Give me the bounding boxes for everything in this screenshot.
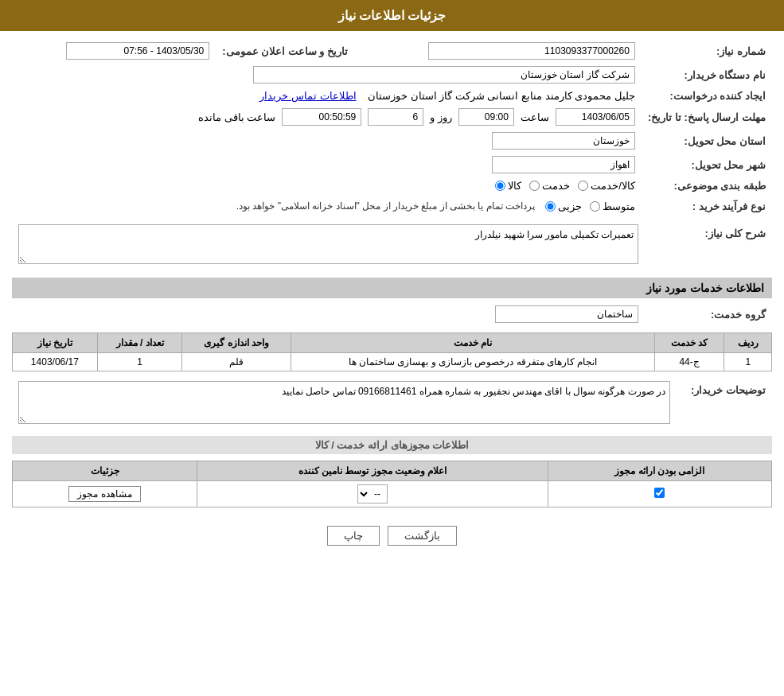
cell-quantity: 1 [97,353,182,371]
page-wrapper: جزئیات اطلاعات نیاز شماره نیاز: تاریخ و … [0,0,784,696]
services-table: ردیف کد خدمت نام خدمت واحد اندازه گیری ت… [12,332,772,371]
remaining-label: ساعت باقی مانده [198,111,275,123]
cell-service_name: انجام کارهای متفرقه درخصوص بازسازی و بهس… [291,353,655,371]
info-table: شماره نیاز: تاریخ و ساعت اعلان عمومی: نا… [12,39,772,217]
perm-details-cell: مشاهده مجوز [13,481,197,507]
purchase-type-label: نوع فرآیند خرید : [642,195,772,217]
purchase-option-small[interactable]: جزیی [545,200,582,212]
purchase-option-medium[interactable]: متوسط [590,200,635,212]
announce-date-input[interactable] [66,42,209,60]
city-input[interactable] [492,156,635,173]
deadline-value: ساعت روز و ساعت باقی مانده [12,105,642,129]
need-number-input[interactable] [428,42,635,60]
category-radio-group: کالا/خدمت خدمت کالا [495,180,635,192]
permissions-row: --مشاهده مجوز [13,481,772,507]
cell-row_num: 1 [724,353,772,371]
countdown-input[interactable] [282,108,361,126]
permissions-table-head: الزامی بودن ارائه مجوز اعلام وضعیت مجوز … [13,461,772,481]
perm-status-select[interactable]: -- [357,484,388,504]
announce-date-value [12,39,216,63]
permissions-table: الزامی بودن ارائه مجوز اعلام وضعیت مجوز … [12,461,772,507]
perm-mandatory-checkbox[interactable] [654,488,665,498]
deadline-flex: ساعت روز و ساعت باقی مانده [18,108,635,126]
service-group-label: گروه خدمت: [645,302,772,326]
creator-label: ایجاد کننده درخواست: [642,87,772,105]
category-option-goods[interactable]: کالا [495,180,521,192]
need-number-label: شماره نیاز: [642,39,772,63]
general-desc-value [12,221,645,270]
services-table-head: ردیف کد خدمت نام خدمت واحد اندازه گیری ت… [13,333,772,353]
permissions-header-row: الزامی بودن ارائه مجوز اعلام وضعیت مجوز … [13,461,772,481]
days-label: روز و [430,111,452,123]
response-time-input[interactable] [458,108,514,126]
services-table-body: 1ج-44انجام کارهای متفرقه درخصوص بازسازی … [13,353,772,371]
permissions-section-title: اطلاعات مجوزهای ارائه خدمت / کالا [12,436,772,454]
buyer-org-row: نام دستگاه خریدار: [12,63,772,87]
province-label: استان محل تحویل: [642,129,772,153]
general-desc-row: شرح کلی نیاز: [12,221,772,270]
deadline-label: مهلت ارسال پاسخ: تا تاریخ: [642,105,772,129]
purchase-radio-small[interactable] [545,201,556,212]
purchase-type-flex: متوسط جزیی پرداخت تمام یا بخشی از مبلغ خ… [18,198,635,214]
creator-row: ایجاد کننده درخواست: جلیل محمودی کارمند … [12,87,772,105]
category-goods-label: کالا [508,180,521,192]
perm-mandatory-cell [548,481,771,507]
purchase-type-value: متوسط جزیی پرداخت تمام یا بخشی از مبلغ خ… [12,195,642,217]
city-row: شهر محل تحویل: [12,153,772,177]
general-desc-table: شرح کلی نیاز: [12,221,772,270]
buyer-notes-label: توضیحات خریدار: [677,378,772,430]
response-date-input[interactable] [556,108,635,126]
category-goods-service-label: کالا/خدمت [591,180,635,192]
perm-col-status: اعلام وضعیت مجوز توسط نامین کننده [197,461,548,481]
view-permit-button[interactable]: مشاهده مجوز [68,486,140,502]
back-button[interactable]: بازگشت [388,526,457,546]
buyer-notes-row: توضیحات خریدار: [12,378,772,430]
permissions-table-body: --مشاهده مجوز [13,481,772,507]
col-service-code: کد خدمت [654,333,724,353]
category-radio-service[interactable] [529,181,540,191]
footer-buttons: بازگشت چاپ [12,514,772,558]
creator-value: جلیل محمودی کارمند منابع انسانی شرکت گاز… [12,87,642,105]
buyer-notes-table: توضیحات خریدار: [12,378,772,430]
city-value [12,153,642,177]
city-label: شهر محل تحویل: [642,153,772,177]
cell-date: 1403/06/17 [13,353,98,371]
announce-date-label: تاریخ و ساعت اعلان عمومی: [216,39,354,63]
services-table-header-row: ردیف کد خدمت نام خدمت واحد اندازه گیری ت… [13,333,772,353]
page-header: جزئیات اطلاعات نیاز [0,0,784,31]
buyer-org-label: نام دستگاه خریدار: [642,63,772,87]
table-row: 1ج-44انجام کارهای متفرقه درخصوص بازسازی … [13,353,772,371]
province-input[interactable] [492,132,635,150]
col-date: تاریخ نیاز [13,333,98,353]
response-days-input[interactable] [368,108,423,126]
service-group-row: گروه خدمت: [12,302,772,326]
category-value: کالا/خدمت خدمت کالا [12,177,642,195]
perm-col-details: جزئیات [13,461,197,481]
cell-unit: قلم [182,353,291,371]
page-title: جزئیات اطلاعات نیاز [338,9,447,22]
category-label: طبقه بندی موضوعی: [642,177,772,195]
buyer-notes-textarea[interactable] [18,381,670,424]
purchase-small-label: جزیی [558,200,582,212]
general-desc-textarea[interactable] [18,224,638,264]
service-group-input[interactable] [495,305,638,323]
province-row: استان محل تحویل: [12,129,772,153]
category-option-service[interactable]: خدمت [529,180,570,192]
purchase-medium-label: متوسط [603,200,635,212]
creator-text: جلیل محمودی کارمند منابع انسانی شرکت گاز… [368,90,635,102]
time-label: ساعت [521,111,549,123]
buyer-org-input[interactable] [253,66,635,84]
services-section-title: اطلاعات خدمات مورد نیاز [12,278,772,298]
general-desc-label: شرح کلی نیاز: [645,221,772,270]
print-button[interactable]: چاپ [327,526,380,546]
main-content: شماره نیاز: تاریخ و ساعت اعلان عمومی: نا… [0,31,784,566]
service-group-value [12,302,645,326]
purchase-radio-medium[interactable] [590,201,600,212]
category-radio-goods[interactable] [495,181,505,191]
creator-contact-link[interactable]: اطلاعات تماس خریدار [259,90,356,102]
category-option-goods-service[interactable]: کالا/خدمت [578,180,635,192]
purchase-type-row: نوع فرآیند خرید : متوسط جزیی [12,195,772,217]
buyer-org-value [12,63,642,87]
deadline-row: مهلت ارسال پاسخ: تا تاریخ: ساعت روز و سا… [12,105,772,129]
category-radio-goods-service[interactable] [578,181,588,191]
